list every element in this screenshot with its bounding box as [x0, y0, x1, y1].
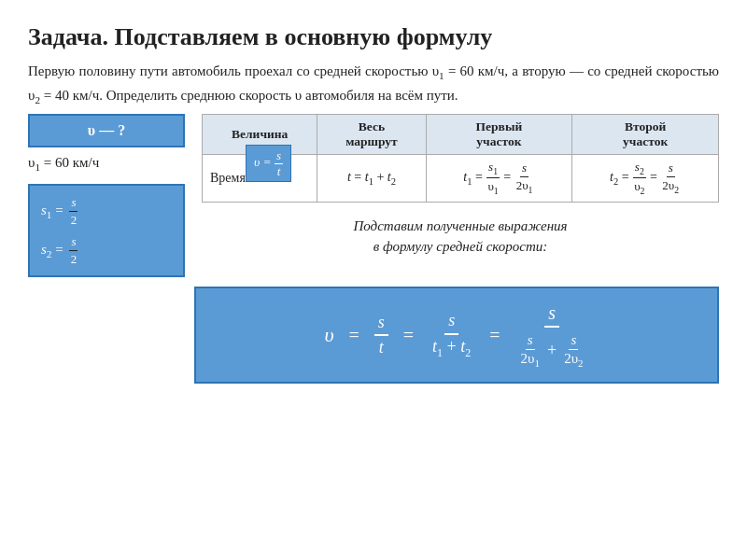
page: Задача. Подставляем в основную формулу П… — [0, 0, 747, 560]
s2-label: s2 = — [41, 242, 63, 259]
t2-fraction: s2 υ2 — [632, 160, 646, 197]
overlay-v-text: υ = s t — [246, 145, 291, 182]
cell-time-second: t2 = s2 υ2 = s 2υ2 — [572, 155, 719, 203]
substitution-text: Подставим полученные выражения в формулу… — [202, 216, 719, 258]
cell-time-first: t1 = s1 υ1 = s 2υ1 — [426, 155, 572, 203]
s1-formula: s1 = s 2 — [41, 195, 78, 227]
big-formula: υ = s t = s t1 + t2 = s — [324, 301, 588, 369]
col-header-second: Второйучасток — [572, 115, 719, 155]
small-frac-1: s 2υ1 — [519, 332, 542, 369]
overlay-fraction: s t — [275, 148, 283, 178]
frac-s-over-t: s t — [374, 313, 388, 358]
eq1: = — [349, 325, 359, 346]
eq2: = — [403, 325, 414, 346]
col-header-whole: Весьмаршрут — [317, 115, 426, 155]
s1-fraction: s 2 — [69, 195, 79, 227]
plus-sign: + — [547, 341, 557, 361]
t2-fraction-2: s 2υ2 — [660, 161, 681, 195]
s2-fraction: s 2 — [69, 234, 79, 266]
v-symbol: υ — [324, 323, 333, 347]
s2-formula: s2 = s 2 — [41, 234, 78, 266]
big-formula-box: υ = s t = s t1 + t2 = s — [194, 287, 719, 384]
s-values-box: s1 = s 2 s2 = s 2 — [28, 184, 185, 277]
problem-text: Первую половину пути автомобиль проехал … — [28, 61, 719, 108]
t1-fraction-2: s 2υ1 — [514, 161, 535, 195]
col-header-first: Первыйучасток — [426, 115, 572, 155]
t1-fraction: s1 υ1 — [486, 160, 500, 197]
v1-label: υ1 = 60 км/ч — [28, 155, 185, 173]
cell-time-whole: t = t1 + t2 — [317, 155, 426, 203]
small-frac-2: s 2υ2 — [562, 332, 585, 369]
right-panel: Величина Весьмаршрут Первыйучасток Второ… — [202, 114, 719, 277]
find-label: υ — ? — [88, 122, 125, 139]
frac-s-over-sum: s s 2υ1 + s 2υ2 — [515, 301, 589, 369]
left-panel: υ — ? υ1 = 60 км/ч s1 = s 2 s2 = — [28, 114, 185, 277]
eq3: = — [489, 325, 500, 346]
s1-label: s1 = — [41, 203, 63, 220]
frac-s-over-t1t2: s t1 + t2 — [429, 311, 474, 359]
find-box: υ — ? — [28, 114, 185, 147]
denominator-sum: s 2υ1 + s 2υ2 — [519, 332, 585, 369]
page-title: Задача. Подставляем в основную формулу — [28, 22, 719, 51]
content-area: υ — ? υ1 = 60 км/ч s1 = s 2 s2 = — [28, 114, 719, 277]
overlay-v-formula: υ = s t — [246, 145, 291, 182]
